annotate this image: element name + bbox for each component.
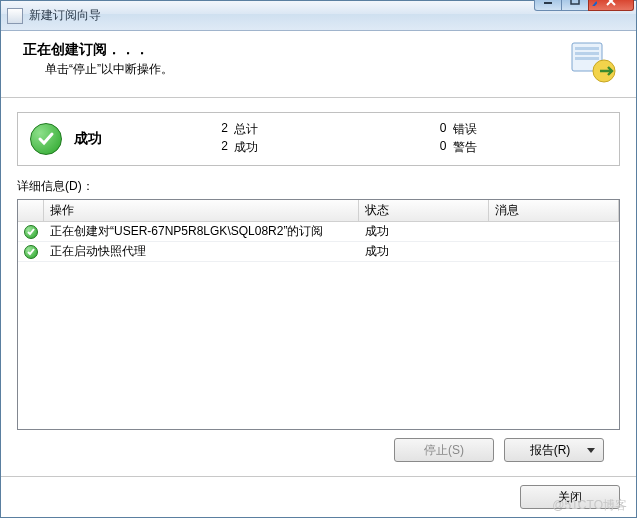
success-icon xyxy=(30,123,62,155)
table-row[interactable]: 正在启动快照代理成功 xyxy=(18,242,619,262)
row-operation: 正在启动快照代理 xyxy=(44,243,359,260)
svg-rect-3 xyxy=(575,47,599,50)
page-title: 正在创建订阅．．． xyxy=(23,41,568,59)
table-row[interactable]: 正在创建对“USER-67NP5R8LGK\SQL08R2”的订阅成功 xyxy=(18,222,619,242)
titlebar: 新建订阅向导 xyxy=(1,1,636,31)
stat-success: 2成功 xyxy=(214,139,393,157)
wizard-icon xyxy=(568,41,618,85)
stat-total: 2总计 xyxy=(214,121,393,139)
row-status-icon xyxy=(18,225,44,239)
stat-error: 0错误 xyxy=(433,121,612,139)
svg-rect-4 xyxy=(575,52,599,55)
row-status-icon xyxy=(18,245,44,259)
header: 正在创建订阅．．． 单击“停止”以中断操作。 xyxy=(1,31,636,98)
svg-rect-1 xyxy=(571,0,579,4)
summary-status: 成功 xyxy=(74,130,214,148)
minimize-button[interactable] xyxy=(534,0,562,11)
report-button[interactable]: 报告(R) xyxy=(504,438,604,462)
grid-header: 操作 状态 消息 xyxy=(18,200,619,222)
wizard-window: 新建订阅向导 正在创建订阅．．． 单击“停止”以中断操作。 xyxy=(0,0,637,518)
details-label: 详细信息(D)： xyxy=(17,178,620,195)
svg-rect-5 xyxy=(575,57,599,60)
row-status: 成功 xyxy=(359,223,489,240)
stop-button[interactable]: 停止(S) xyxy=(394,438,494,462)
col-icon[interactable] xyxy=(18,200,44,221)
window-title: 新建订阅向导 xyxy=(29,7,535,24)
page-subtitle: 单击“停止”以中断操作。 xyxy=(45,61,568,78)
col-message[interactable]: 消息 xyxy=(489,200,619,221)
grid-body: 正在创建对“USER-67NP5R8LGK\SQL08R2”的订阅成功正在启动快… xyxy=(18,222,619,429)
close-wizard-button[interactable]: 关闭 xyxy=(520,485,620,509)
row-operation: 正在创建对“USER-67NP5R8LGK\SQL08R2”的订阅 xyxy=(44,223,359,240)
summary-stats: 2总计 0错误 2成功 0警告 xyxy=(214,121,611,157)
summary-panel: 成功 2总计 0错误 2成功 0警告 xyxy=(17,112,620,166)
col-status[interactable]: 状态 xyxy=(359,200,489,221)
stat-warning: 0警告 xyxy=(433,139,612,157)
details-grid: 操作 状态 消息 正在创建对“USER-67NP5R8LGK\SQL08R2”的… xyxy=(17,199,620,430)
svg-rect-0 xyxy=(544,2,552,4)
progress-check-icon xyxy=(585,0,597,6)
col-operation[interactable]: 操作 xyxy=(44,200,359,221)
app-icon xyxy=(7,8,23,24)
row-status: 成功 xyxy=(359,243,489,260)
